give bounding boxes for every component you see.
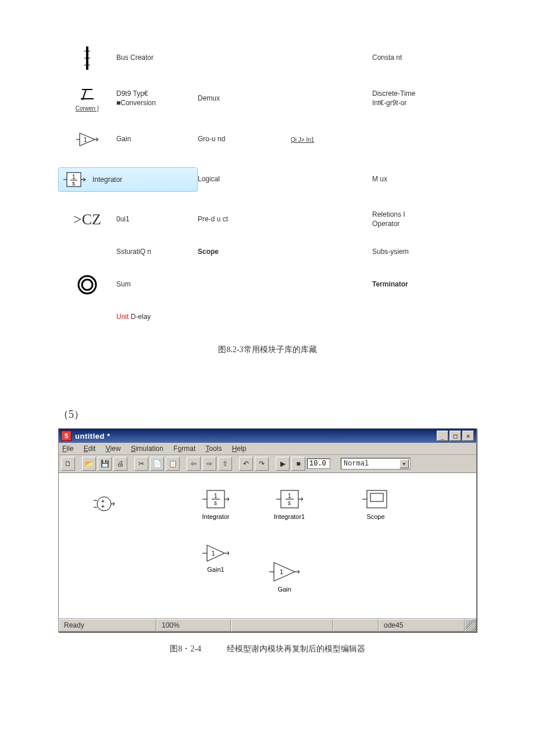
open-button[interactable]: 📂 [82,457,96,471]
menu-format[interactable]: Format [173,445,195,453]
svg-text:1: 1 [212,550,215,557]
back-button[interactable]: ⇦ [187,457,201,471]
in1-label: Qi J> In1 [291,136,372,144]
app-icon: S [61,431,72,441]
menu-help[interactable]: Help [232,445,247,453]
status-zoom: 100% [156,619,231,632]
gain-label: Gain [116,135,198,144]
sum-icon [58,273,116,296]
maximize-button[interactable]: □ [450,431,461,441]
up-button[interactable]: ⇧ [218,457,232,471]
out1-label: 0ui1 [116,215,198,224]
integrator1-block[interactable]: 1s [275,488,304,511]
bus-creator-label: Bus Creator [116,53,198,63]
svg-text:s: s [72,180,75,187]
chevron-down-icon[interactable]: ▼ [400,459,409,468]
save-button[interactable]: 💾 [98,457,112,471]
svg-text:s: s [214,500,217,506]
svg-text:s: s [288,500,291,506]
menu-file[interactable]: File [62,445,73,453]
toolbar: 🗋 📂 💾 🖨 ✂ 📄 📋 ⇦ ⇨ ⇧ ↶ ↷ ▶ ■ Normal ▼ [59,455,476,473]
saturation-label: SsturatiQ n [116,248,198,257]
svg-text:1: 1 [214,493,217,499]
new-button[interactable]: 🗋 [61,457,75,471]
gain1-block[interactable]: 1 [201,543,230,564]
svg-text:1: 1 [280,568,283,575]
mux-label: M ux [372,175,454,184]
integrator1-block-label: Integrator1 [274,513,305,520]
integrator-label: Integrator [92,175,122,184]
section-number: （5） [58,407,477,421]
cut-button[interactable]: ✂ [134,457,148,471]
subsystem-label: Subs-ysiem [372,248,454,257]
svg-text:1: 1 [72,174,76,180]
logical-label: Logical [198,175,291,184]
minimize-button[interactable]: _ [437,431,448,441]
gain-block[interactable]: 1 [268,560,301,583]
run-button[interactable]: ▶ [276,457,290,471]
stop-button[interactable]: ■ [291,457,305,471]
menu-simulation[interactable]: Simulation [131,445,163,453]
svg-rect-35 [370,493,383,501]
forward-button[interactable]: ⇨ [202,457,216,471]
print-button[interactable]: 🖨 [113,457,127,471]
integrator-block-label: Integrator [201,513,230,520]
copy-button[interactable]: 📄 [150,457,164,471]
relational-operator-label: Reletions I Operator [372,210,454,228]
svg-text:1: 1 [84,137,87,143]
status-ready: Ready [59,619,156,632]
svg-text:+: + [101,503,105,510]
menu-edit[interactable]: Edit [84,445,96,453]
integrator-block[interactable]: 1s [201,488,230,511]
figure-caption-1: 图8.2-3常用模块子库的库藏 [58,345,477,355]
data-type-conversion-icon: Corwen } [58,86,116,112]
menu-bar: File Edit View Simulation Format Tools H… [59,443,476,455]
status-bar: Ready 100% ode45 [59,619,476,632]
window-title: untitled * [75,432,437,440]
model-canvas[interactable]: + + 1s Integrator 1s Integrator1 Scope 1 [59,473,476,619]
gain1-block-label: Gain1 [201,566,230,573]
product-label: Pre-d u ct [198,215,291,224]
terminator-label: Terminator [372,280,454,289]
svg-marker-4 [80,133,95,146]
out1-icon: >CZ [58,208,116,231]
window-titlebar: S untitled * _ □ × [59,429,476,443]
menu-tools[interactable]: Tools [205,445,222,453]
data-type-conversion-label: D9t9 Typ€ ■Conversion [116,89,198,108]
sum-block-icon[interactable]: + + [94,493,115,514]
stop-time-input[interactable] [307,458,330,469]
resize-grip[interactable] [465,619,476,632]
gain-block-label: Gain [268,586,301,593]
block-library-grid: Bus Creator Consta nt Corwen } D9t9 Typ€… [58,46,477,321]
svg-marker-41 [274,562,295,581]
undo-button[interactable]: ↶ [239,457,253,471]
scope-library-label: Scope [198,248,291,257]
gain-icon: 1 [58,128,116,151]
mode-select-value: Normal [344,460,369,468]
discrete-time-integrator-label: Discrete-Time Int€-gr9t-or [372,89,454,108]
redo-button[interactable]: ↷ [255,457,269,471]
integrator-block-selected[interactable]: 1s Integrator [58,167,198,192]
unit-delay-label: Unit D-elay [116,313,198,322]
mode-select[interactable]: Normal ▼ [341,458,411,470]
ground-label: Gro-u nd [198,135,291,144]
corwen-sublabel: Corwen } [58,105,116,112]
close-button[interactable]: × [462,431,474,441]
demux-label: Demux [198,94,291,103]
status-solver: ode45 [379,619,465,632]
constant-label: Consta nt [372,53,454,63]
svg-marker-37 [207,545,224,561]
scope-block[interactable] [361,488,390,511]
scope-block-label: Scope [361,513,390,520]
sum-label: Sum [116,280,198,289]
paste-button[interactable]: 📋 [166,457,180,471]
menu-view[interactable]: View [106,445,121,453]
simulink-window: S untitled * _ □ × File Edit View Simula… [58,428,477,632]
bus-creator-icon [58,46,116,70]
figure-caption-2: 图8・2-4 经模型谢内模块再复制后的模型编辑器 [58,644,477,654]
svg-point-15 [82,280,92,290]
svg-text:1: 1 [288,493,291,499]
